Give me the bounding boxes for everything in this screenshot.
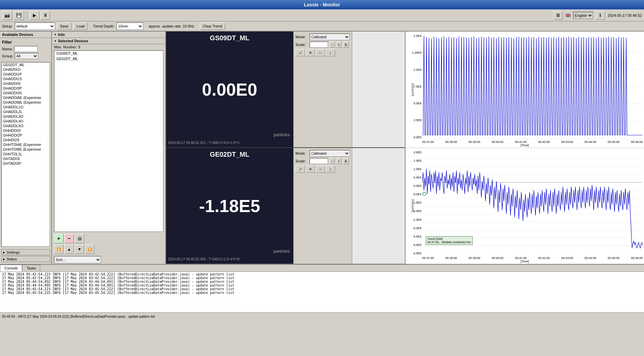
move-bottom-button[interactable]: ⏬ <box>85 245 95 254</box>
selected-list[interactable]: GS09DT_ML GE02DT_ML <box>54 50 163 232</box>
sort-select[interactable]: Sort... <box>54 256 101 263</box>
scale-auto-2[interactable]: A <box>343 158 349 164</box>
tab-row: Console Tasks <box>0 265 644 272</box>
chart1-x-axis: 05:37:00 05:38:00 05:39:00 05:40:00 05:4… <box>422 140 643 144</box>
group-filter-select[interactable]: All <box>15 53 38 59</box>
trend2-controls: Mode: Calibrated Scale: 2.48E5 − + A ⤢ ✛… <box>293 148 352 264</box>
scale-minus-2[interactable]: − <box>329 158 335 164</box>
trend-depth-select[interactable]: 10min <box>116 22 143 30</box>
scale-plus-2[interactable]: + <box>336 158 341 164</box>
mode-select-1[interactable]: Calibrated <box>310 34 350 40</box>
pause-button[interactable]: ⏸ <box>41 11 50 20</box>
device-item[interactable]: GHADDIBE (Experimer <box>2 100 50 105</box>
device-item[interactable]: GHTADI3I <box>2 156 50 161</box>
device-item[interactable]: GHTADI3P <box>2 161 50 166</box>
save-icon-button[interactable]: 💾 <box>14 11 24 20</box>
move-btn-2[interactable]: ✛ <box>306 165 315 173</box>
expand-btn-2[interactable]: ⤢ <box>296 165 305 173</box>
play-button[interactable]: ▶ <box>30 11 39 20</box>
chart1-canvas <box>422 34 643 139</box>
vscale-btn-2[interactable]: ↕ <box>326 165 335 173</box>
language-select[interactable]: English <box>573 12 593 19</box>
title-bar: Lassie - Monitor <box>0 0 644 9</box>
device-list[interactable]: GE02DT_MLGHADDI1IGHADDI1PGHADDI1SGHADDI3… <box>1 62 50 247</box>
device-item[interactable]: GHADDI1P <box>2 72 50 77</box>
group-filter-row: Group: All <box>2 53 49 59</box>
remove-device-button[interactable]: − <box>64 234 74 243</box>
middle-panel: ▼ Info ▼ Selected Devices Max. Number: 8… <box>52 32 166 264</box>
table-view-button[interactable]: ▤ <box>75 234 84 243</box>
device-item[interactable]: GHADDL1O <box>2 105 50 109</box>
name-filter-input[interactable] <box>14 46 38 52</box>
move-top-button[interactable]: ⏫ <box>54 245 63 254</box>
device-item[interactable]: GHADDI1I <box>2 67 50 72</box>
status-section[interactable]: ▶ Status <box>1 256 50 262</box>
chart2-y-label: [particles] <box>411 199 414 212</box>
device-item[interactable]: GHHTDIAE (Experimer <box>2 142 50 147</box>
scale-label-2: Scale: <box>296 159 308 163</box>
device-item[interactable]: GE02DT_ML <box>2 62 50 67</box>
mode-label-2: Mode: <box>296 151 308 155</box>
chart2-x-label: [Time] <box>521 260 529 263</box>
device-item[interactable]: GHADDIAE (Experimer <box>2 95 50 100</box>
hscale-btn-1[interactable]: ↔ <box>316 49 325 56</box>
camera-button[interactable]: 📷 <box>2 11 12 20</box>
trend2-device-name: GE02DT_ML <box>210 151 250 158</box>
info-button[interactable]: ℹ <box>596 11 605 20</box>
console-tab[interactable]: Console <box>0 265 22 271</box>
settings-section[interactable]: ▶ Settings <box>1 249 50 255</box>
device-item[interactable]: GHADDI3I <box>2 81 50 86</box>
expand-btn-1[interactable]: ⤢ <box>296 49 305 56</box>
scale-minus-1[interactable]: − <box>329 42 335 48</box>
chart1-svg <box>422 34 643 139</box>
console-line: 17 May 2024 05:44:54,095 INFO [17 May 20… <box>2 284 642 287</box>
trend1-unit: particles <box>274 132 290 137</box>
scale-row-1: Scale: 1.65E9 − + A <box>296 42 350 48</box>
device-item[interactable]: GHADDL5O <box>2 123 50 128</box>
scale-input-2[interactable]: 2.48E5 <box>310 158 328 164</box>
device-item[interactable]: GHHDDI2I <box>2 128 50 133</box>
play-icon: ▶ <box>33 13 36 18</box>
hscale-btn-2[interactable]: ↔ <box>316 165 325 173</box>
separator-1 <box>27 12 27 19</box>
mode-select-2[interactable]: Calibrated <box>310 150 350 157</box>
load-button[interactable]: Load <box>73 22 88 30</box>
scale-plus-1[interactable]: + <box>336 42 341 48</box>
info-chevron-icon: ▼ <box>54 33 57 36</box>
device-item[interactable]: GHADDI1S <box>2 77 50 81</box>
disk-icon: 💾 <box>16 13 22 18</box>
device-item[interactable]: GHADDI3S <box>2 91 50 95</box>
device-item[interactable]: GHADDL3O <box>2 114 50 119</box>
scale-label-1: Scale: <box>296 43 308 47</box>
trend2-unit: particles <box>274 249 290 254</box>
trend-area: GS09DT_ML 0.00E0 particles 2024-05-17 05… <box>166 32 405 264</box>
move-btn-1[interactable]: ✛ <box>306 49 315 56</box>
device-item[interactable]: GHHDI2S <box>2 138 50 142</box>
device-item[interactable]: GHHTDIBE (Experimer <box>2 147 50 152</box>
main-toolbar: 📷 💾 ▶ ⏸ 🖼 🇬🇧 English ℹ 2024-05-17 05:46:… <box>0 9 644 21</box>
scale-auto-1[interactable]: A <box>343 42 349 48</box>
device-item[interactable]: GHHTDL1L <box>2 152 50 156</box>
device-item[interactable]: GHADDI3P <box>2 86 50 91</box>
tasks-tab[interactable]: Tasks <box>22 265 40 271</box>
move-down-button[interactable]: ▼ <box>75 245 84 254</box>
name-filter-row: Name: <box>2 46 49 52</box>
info-header[interactable]: ▼ Info <box>52 32 165 38</box>
right-charts: 1.5E9 1.25E9 1.0E9 7.5E8 5.0E8 2.5E8 0.0… <box>405 32 644 264</box>
save-button[interactable]: Save <box>57 22 71 30</box>
device-item[interactable]: GHHDDI2P <box>2 133 50 138</box>
add-device-button[interactable]: + <box>54 234 63 243</box>
vscale-btn-1[interactable]: ↕ <box>326 49 335 56</box>
device-item[interactable]: GHADDL4O <box>2 119 50 123</box>
scale-input-1[interactable]: 1.65E9 <box>310 42 328 48</box>
device-item[interactable]: GHADDL2L <box>2 109 50 114</box>
move-up-button[interactable]: ▲ <box>64 245 74 254</box>
setup-select[interactable]: default <box>15 22 55 30</box>
main-content: Available Devices Filter Name: Group: Al… <box>0 32 644 264</box>
selected-item-ge02dt[interactable]: GE02DT_ML <box>54 56 163 61</box>
selected-devices-header[interactable]: ▼ Selected Devices <box>52 38 165 44</box>
clear-trend-button[interactable]: Clear Trend <box>200 22 225 30</box>
selected-item-gs09dt[interactable]: GS09DT_ML <box>54 51 163 56</box>
screenshot-button[interactable]: 🖼 <box>553 11 563 20</box>
chart-2: 2.0E5 1.5E5 1.0E5 5.0E4 0.0E0 -5.0E4 -1.… <box>406 148 644 264</box>
